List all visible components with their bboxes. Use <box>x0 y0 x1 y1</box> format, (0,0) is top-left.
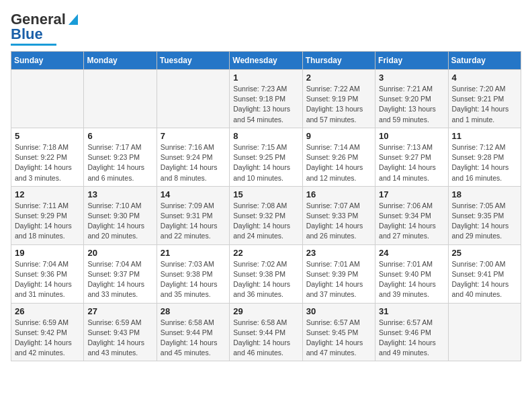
calendar-day-22: 22Sunrise: 7:02 AMSunset: 9:38 PMDayligh… <box>230 244 302 303</box>
calendar-day-30: 30Sunrise: 6:57 AMSunset: 9:45 PMDayligh… <box>302 303 375 361</box>
day-info: Sunrise: 7:01 AMSunset: 9:40 PMDaylight:… <box>379 259 444 300</box>
weekday-header-thursday: Thursday <box>302 52 375 70</box>
day-info: Sunrise: 7:22 AMSunset: 9:19 PMDaylight:… <box>306 84 371 125</box>
day-info: Sunrise: 7:08 AMSunset: 9:32 PMDaylight:… <box>233 201 298 242</box>
day-number: 9 <box>306 131 371 141</box>
logo-underline <box>11 44 56 46</box>
day-info: Sunrise: 7:05 AMSunset: 9:35 PMDaylight:… <box>452 201 517 242</box>
calendar-table: SundayMondayTuesdayWednesdayThursdayFrid… <box>11 51 521 361</box>
weekday-header-sunday: Sunday <box>11 52 84 70</box>
weekday-header-wednesday: Wednesday <box>230 52 302 70</box>
day-info: Sunrise: 7:21 AMSunset: 9:20 PMDaylight:… <box>379 84 444 125</box>
weekday-header-saturday: Saturday <box>448 52 521 70</box>
calendar-day-14: 14Sunrise: 7:09 AMSunset: 9:31 PMDayligh… <box>157 186 229 244</box>
day-number: 19 <box>15 248 80 258</box>
day-number: 30 <box>306 306 371 316</box>
day-info: Sunrise: 7:00 AMSunset: 9:41 PMDaylight:… <box>452 259 517 300</box>
day-number: 17 <box>379 189 444 199</box>
day-info: Sunrise: 7:10 AMSunset: 9:30 PMDaylight:… <box>87 201 152 242</box>
day-number: 4 <box>452 73 517 83</box>
calendar-day-27: 27Sunrise: 6:59 AMSunset: 9:43 PMDayligh… <box>84 303 157 361</box>
day-info: Sunrise: 7:06 AMSunset: 9:34 PMDaylight:… <box>379 201 444 242</box>
logo-blue: Blue <box>11 26 43 43</box>
day-number: 26 <box>15 306 80 316</box>
day-number: 24 <box>379 248 444 258</box>
weekday-header-tuesday: Tuesday <box>157 52 229 70</box>
day-info: Sunrise: 7:09 AMSunset: 9:31 PMDaylight:… <box>161 201 226 242</box>
calendar-day-10: 10Sunrise: 7:13 AMSunset: 9:27 PMDayligh… <box>375 128 448 186</box>
day-number: 12 <box>15 189 80 199</box>
day-number: 3 <box>379 73 444 83</box>
day-info: Sunrise: 7:12 AMSunset: 9:28 PMDaylight:… <box>452 142 517 183</box>
day-number: 20 <box>87 248 152 258</box>
calendar-day-25: 25Sunrise: 7:00 AMSunset: 9:41 PMDayligh… <box>448 244 521 303</box>
calendar-day-18: 18Sunrise: 7:05 AMSunset: 9:35 PMDayligh… <box>448 186 521 244</box>
day-number: 22 <box>233 248 298 258</box>
day-number: 16 <box>306 189 371 199</box>
day-number: 31 <box>379 306 444 316</box>
day-info: Sunrise: 6:57 AMSunset: 9:45 PMDaylight:… <box>306 318 371 359</box>
day-info: Sunrise: 7:04 AMSunset: 9:37 PMDaylight:… <box>87 259 152 300</box>
logo-arrow-icon <box>67 13 79 26</box>
calendar-day-8: 8Sunrise: 7:15 AMSunset: 9:25 PMDaylight… <box>230 128 302 186</box>
day-info: Sunrise: 7:16 AMSunset: 9:24 PMDaylight:… <box>161 142 226 183</box>
calendar-day-20: 20Sunrise: 7:04 AMSunset: 9:37 PMDayligh… <box>84 244 157 303</box>
day-info: Sunrise: 6:57 AMSunset: 9:46 PMDaylight:… <box>379 318 444 359</box>
calendar-empty-cell <box>157 70 229 128</box>
day-number: 13 <box>87 189 152 199</box>
calendar-empty-cell <box>448 303 521 361</box>
logo: General Blue <box>11 11 79 46</box>
calendar-header-row: SundayMondayTuesdayWednesdayThursdayFrid… <box>11 52 521 70</box>
calendar-day-23: 23Sunrise: 7:01 AMSunset: 9:39 PMDayligh… <box>302 244 375 303</box>
day-number: 10 <box>379 131 444 141</box>
calendar-day-12: 12Sunrise: 7:11 AMSunset: 9:29 PMDayligh… <box>11 186 84 244</box>
day-number: 21 <box>161 248 226 258</box>
calendar-day-26: 26Sunrise: 6:59 AMSunset: 9:42 PMDayligh… <box>11 303 84 361</box>
weekday-header-friday: Friday <box>375 52 448 70</box>
day-number: 18 <box>452 189 517 199</box>
page-header: General Blue <box>11 11 521 46</box>
calendar-day-13: 13Sunrise: 7:10 AMSunset: 9:30 PMDayligh… <box>84 186 157 244</box>
day-info: Sunrise: 6:59 AMSunset: 9:43 PMDaylight:… <box>87 318 152 359</box>
day-number: 25 <box>452 248 517 258</box>
day-info: Sunrise: 7:07 AMSunset: 9:33 PMDaylight:… <box>306 201 371 242</box>
day-info: Sunrise: 7:14 AMSunset: 9:26 PMDaylight:… <box>306 142 371 183</box>
calendar-day-6: 6Sunrise: 7:17 AMSunset: 9:23 PMDaylight… <box>84 128 157 186</box>
calendar-day-16: 16Sunrise: 7:07 AMSunset: 9:33 PMDayligh… <box>302 186 375 244</box>
calendar-day-2: 2Sunrise: 7:22 AMSunset: 9:19 PMDaylight… <box>302 70 375 128</box>
calendar-week-row: 5Sunrise: 7:18 AMSunset: 9:22 PMDaylight… <box>11 128 521 186</box>
day-info: Sunrise: 7:18 AMSunset: 9:22 PMDaylight:… <box>15 142 80 183</box>
calendar-day-1: 1Sunrise: 7:23 AMSunset: 9:18 PMDaylight… <box>230 70 302 128</box>
calendar-week-row: 26Sunrise: 6:59 AMSunset: 9:42 PMDayligh… <box>11 303 521 361</box>
calendar-day-29: 29Sunrise: 6:58 AMSunset: 9:44 PMDayligh… <box>230 303 302 361</box>
day-number: 7 <box>161 131 226 141</box>
day-info: Sunrise: 7:01 AMSunset: 9:39 PMDaylight:… <box>306 259 371 300</box>
day-number: 11 <box>452 131 517 141</box>
calendar-day-28: 28Sunrise: 6:58 AMSunset: 9:44 PMDayligh… <box>157 303 229 361</box>
svg-marker-0 <box>69 14 78 25</box>
day-info: Sunrise: 7:17 AMSunset: 9:23 PMDaylight:… <box>87 142 152 183</box>
day-number: 14 <box>161 189 226 199</box>
day-number: 1 <box>233 73 298 83</box>
day-number: 23 <box>306 248 371 258</box>
calendar-week-row: 19Sunrise: 7:04 AMSunset: 9:36 PMDayligh… <box>11 244 521 303</box>
calendar-day-24: 24Sunrise: 7:01 AMSunset: 9:40 PMDayligh… <box>375 244 448 303</box>
day-info: Sunrise: 7:20 AMSunset: 9:21 PMDaylight:… <box>452 84 517 125</box>
calendar-day-7: 7Sunrise: 7:16 AMSunset: 9:24 PMDaylight… <box>157 128 229 186</box>
calendar-week-row: 12Sunrise: 7:11 AMSunset: 9:29 PMDayligh… <box>11 186 521 244</box>
calendar-day-11: 11Sunrise: 7:12 AMSunset: 9:28 PMDayligh… <box>448 128 521 186</box>
calendar-day-5: 5Sunrise: 7:18 AMSunset: 9:22 PMDaylight… <box>11 128 84 186</box>
day-number: 27 <box>87 306 152 316</box>
day-info: Sunrise: 6:59 AMSunset: 9:42 PMDaylight:… <box>15 318 80 359</box>
day-info: Sunrise: 6:58 AMSunset: 9:44 PMDaylight:… <box>161 318 226 359</box>
calendar-day-21: 21Sunrise: 7:03 AMSunset: 9:38 PMDayligh… <box>157 244 229 303</box>
day-number: 6 <box>87 131 152 141</box>
day-number: 8 <box>233 131 298 141</box>
calendar-empty-cell <box>84 70 157 128</box>
day-number: 28 <box>161 306 226 316</box>
day-number: 5 <box>15 131 80 141</box>
day-info: Sunrise: 6:58 AMSunset: 9:44 PMDaylight:… <box>233 318 298 359</box>
calendar-day-17: 17Sunrise: 7:06 AMSunset: 9:34 PMDayligh… <box>375 186 448 244</box>
day-number: 2 <box>306 73 371 83</box>
day-info: Sunrise: 7:15 AMSunset: 9:25 PMDaylight:… <box>233 142 298 183</box>
